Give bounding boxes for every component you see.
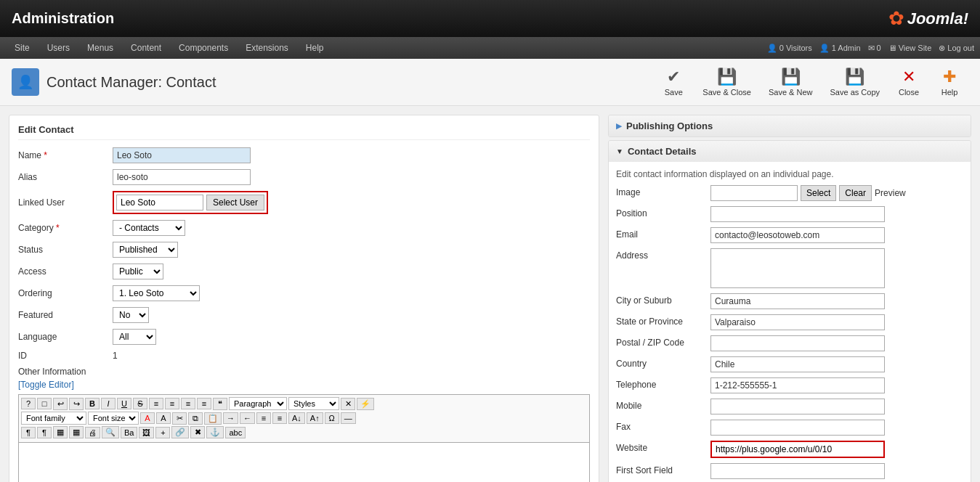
messages-count[interactable]: ✉ 0: [868, 44, 881, 53]
editor-styles-select[interactable]: Styles: [288, 397, 339, 410]
editor-copy-btn[interactable]: ⧉: [188, 412, 203, 425]
editor-help-btn[interactable]: ?: [21, 398, 36, 409]
access-row: Access Public: [18, 264, 590, 279]
logout-link[interactable]: ⊗ Log out: [939, 44, 974, 53]
editor-anchor-btn[interactable]: ⚓: [206, 426, 224, 438]
editor-omega-btn[interactable]: Ω: [325, 412, 339, 424]
editor-align-left-btn[interactable]: ≡: [149, 398, 163, 409]
language-select[interactable]: All: [113, 329, 156, 345]
featured-select[interactable]: No: [113, 307, 149, 323]
editor-align-center-btn[interactable]: ≡: [165, 398, 179, 409]
nav-site[interactable]: Site: [6, 37, 39, 59]
editor-toolbar-row3: ¶ ¶ ▦ ▦ 🖨 🔍 Ba 🖼 + 🔗 ✖ ⚓ abc: [21, 426, 587, 438]
save-copy-button[interactable]: 💾 Save as Copy: [823, 65, 887, 99]
editor-highlight-btn[interactable]: A: [156, 412, 171, 424]
editor-clear-btn[interactable]: ✕: [341, 398, 355, 410]
editor-table2-btn[interactable]: ▦: [69, 426, 84, 438]
image-select-button[interactable]: Select: [801, 185, 836, 201]
save-close-button[interactable]: 💾 Save & Close: [695, 65, 758, 99]
editor-bold-btn[interactable]: B: [85, 398, 100, 409]
city-input[interactable]: [710, 293, 885, 309]
editor-strike-btn[interactable]: S: [133, 398, 147, 409]
city-label: City or Suburb: [616, 293, 710, 306]
close-button[interactable]: ✕ Close: [890, 65, 928, 99]
editor-redo-btn[interactable]: ↪: [69, 398, 84, 410]
editor-hr-btn[interactable]: —: [341, 412, 356, 424]
status-select[interactable]: Published: [113, 242, 178, 258]
editor-img-btn[interactable]: 🖼: [139, 427, 154, 438]
editor-spell-btn[interactable]: abc: [225, 427, 246, 438]
image-row: Image Select Clear Preview: [616, 185, 963, 201]
fax-input[interactable]: [710, 420, 885, 436]
editor-ol-btn[interactable]: ≡: [272, 412, 287, 424]
address-textarea[interactable]: [710, 248, 885, 288]
editor-content-area[interactable]: [18, 443, 590, 482]
editor-sub-btn[interactable]: A↓: [288, 412, 305, 424]
editor-undo-btn[interactable]: ↩: [53, 398, 68, 410]
nav-users[interactable]: Users: [39, 37, 78, 59]
ordering-select[interactable]: 1. Leo Soto: [113, 285, 200, 301]
select-user-button[interactable]: Select User: [206, 195, 264, 211]
editor-paste-btn[interactable]: 📋: [204, 412, 222, 425]
save-button[interactable]: ✔ Save: [655, 65, 692, 99]
nav-extensions[interactable]: Extensions: [237, 37, 297, 59]
editor-cut-btn[interactable]: ✂: [172, 412, 187, 425]
editor-italic-btn[interactable]: I: [101, 398, 116, 409]
email-input[interactable]: [710, 227, 885, 243]
contact-details-header[interactable]: ▼ Contact Details: [609, 141, 971, 162]
editor-sup-btn[interactable]: A↑: [307, 412, 323, 424]
visitors-count[interactable]: 👤 0 Visitors: [767, 44, 812, 53]
linked-user-input[interactable]: [116, 195, 203, 211]
fax-label: Fax: [616, 420, 710, 432]
telephone-input[interactable]: [710, 377, 885, 393]
image-input[interactable]: [710, 185, 798, 201]
editor-insert-btn[interactable]: +: [155, 427, 170, 438]
nav-help[interactable]: Help: [297, 37, 333, 59]
image-clear-button[interactable]: Clear: [839, 185, 872, 201]
first-sort-input[interactable]: [710, 463, 885, 479]
left-panel: Edit Contact Name * Alias Linked User Se…: [9, 115, 599, 482]
publishing-options-header[interactable]: ▶ Publishing Options: [609, 115, 971, 136]
editor-indent-btn[interactable]: →: [223, 412, 238, 424]
save-new-button[interactable]: 💾 Save & New: [761, 65, 820, 99]
font-size-select[interactable]: Font size: [88, 412, 139, 425]
editor-outdent-btn[interactable]: ←: [240, 412, 255, 424]
editor-print-btn[interactable]: 🖨: [85, 427, 100, 438]
editor-find-btn[interactable]: 🔍: [102, 426, 119, 438]
nav-components[interactable]: Components: [170, 37, 237, 59]
image-label: Image: [616, 185, 710, 197]
nav-content[interactable]: Content: [122, 37, 170, 59]
name-input[interactable]: [113, 147, 251, 163]
editor-align-justify-btn[interactable]: ≡: [197, 398, 211, 409]
mobile-input[interactable]: [710, 399, 885, 414]
editor-quote-btn[interactable]: ❝: [213, 398, 227, 410]
access-select[interactable]: Public: [113, 264, 163, 279]
position-input[interactable]: [710, 206, 885, 222]
editor-link-btn[interactable]: 🔗: [171, 426, 189, 438]
toggle-editor-link[interactable]: [Toggle Editor]: [18, 380, 74, 390]
editor-pilcrow2-btn[interactable]: ¶: [37, 427, 52, 438]
editor-paragraph-select[interactable]: Paragraph: [229, 397, 287, 410]
help-button[interactable]: ✚ Help: [931, 65, 968, 99]
editor-source-btn[interactable]: ⚡: [357, 398, 374, 410]
website-input[interactable]: [712, 442, 883, 457]
editor-align-right-btn[interactable]: ≡: [181, 398, 195, 409]
linked-user-field-group: Select User: [113, 191, 268, 214]
editor-table-btn[interactable]: ▦: [53, 426, 68, 438]
nav-menus[interactable]: Menus: [78, 37, 122, 59]
editor-pilcrow-btn[interactable]: ¶: [21, 427, 36, 438]
editor-new-btn[interactable]: □: [37, 398, 52, 409]
state-input[interactable]: [710, 314, 885, 330]
admin-count[interactable]: 👤 1 Admin: [819, 44, 861, 53]
editor-underline-btn[interactable]: U: [117, 398, 131, 409]
editor-ul-btn[interactable]: ≡: [256, 412, 271, 424]
editor-unlink-btn[interactable]: ✖: [190, 426, 205, 438]
editor-ba-btn[interactable]: Ba: [121, 427, 137, 438]
category-select[interactable]: - Contacts: [113, 220, 185, 236]
font-family-select[interactable]: Font family: [21, 412, 86, 425]
alias-input[interactable]: [113, 169, 251, 185]
view-site-link[interactable]: 🖥 View Site: [888, 44, 932, 52]
country-input[interactable]: [710, 356, 885, 372]
postal-input[interactable]: [710, 335, 885, 351]
editor-color-btn[interactable]: A: [140, 412, 155, 424]
